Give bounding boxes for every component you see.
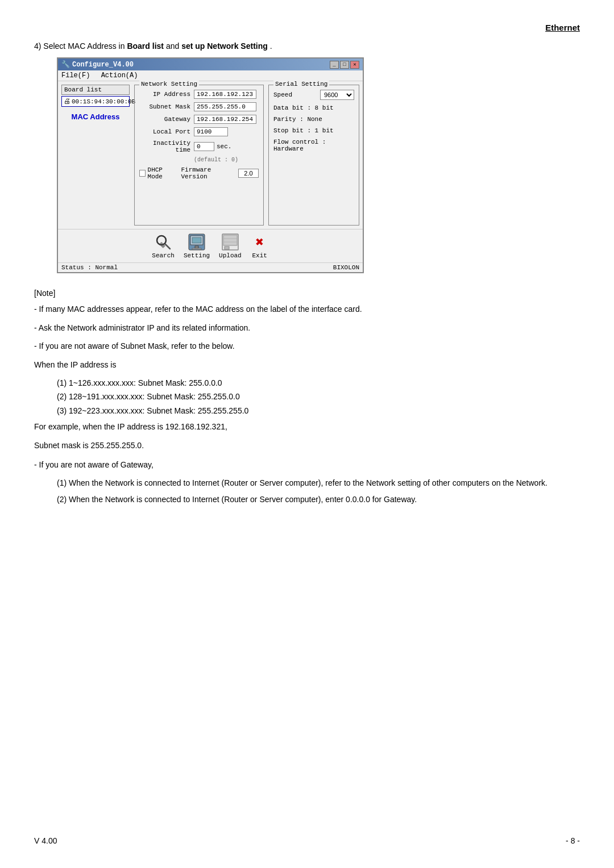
board-list-item[interactable]: 🖨 00:1S:94:30:00:0B [61,96,130,107]
window-title: 🔧 Configure_V4.00 [61,60,134,69]
svg-line-1 [165,244,170,249]
gateway-intro: - If you are not aware of Gateway, [34,458,580,471]
note-item-3: - If you are not aware of Subnet Mask, r… [34,340,580,352]
firmware-label: Firmware Version [181,166,233,180]
board-list-panel: Board list 🖨 00:1S:94:30:00:0B MAC Addre… [61,85,130,226]
dhcp-checkbox[interactable] [139,170,146,177]
window-body: Board list 🖨 00:1S:94:30:00:0B MAC Addre… [58,81,363,229]
svg-rect-8 [192,248,201,249]
mac-address-value: 00:1S:94:30:00:0B [72,98,135,105]
note-item-2: - Ask the Network administrator IP and i… [34,322,580,334]
minimize-button[interactable]: _ [330,61,339,69]
subnet-input[interactable] [194,102,256,111]
restore-button[interactable]: □ [340,61,349,69]
serial-setting-panel: Serial Setting Speed 9600 Data bit : 8 b… [268,85,359,226]
ip-label: IP Address [139,91,190,98]
step-instruction: 4) Select MAC Address in Board list and … [34,41,580,51]
network-setting-panel: Network Setting IP Address Subnet Mask G… [134,85,264,226]
ip-intro: When the IP address is [34,358,580,371]
search-button[interactable]: Search [152,233,175,259]
exit-icon: ✖ [251,233,269,251]
subnet-row: Subnet Mask [139,102,259,111]
gateway-item-1: (1) When the Network is connected to Int… [57,477,580,489]
step-number: 4) [34,41,41,51]
page-footer: V 4.00 - 8 - [34,836,580,845]
subnet-label: Subnet Mask [139,103,190,110]
inactivity-input[interactable] [194,142,214,151]
document-content: [Note] - If many MAC addresses appear, r… [34,287,580,506]
step-text1: Select MAC Address in [43,41,127,51]
flowcontrol-label: Flow control : Hardware [273,139,354,152]
parity-row: Parity : None [273,116,354,123]
svg-rect-14 [225,247,229,249]
stopbit-label: Stop bit : 1 bit [273,127,354,134]
configure-window: 🔧 Configure_V4.00 _ □ ✕ File(F) Action(A… [57,57,364,273]
upload-icon [221,233,239,251]
close-button[interactable]: ✕ [350,61,359,69]
firmware-input[interactable] [238,169,259,178]
stopbit-row: Stop bit : 1 bit [273,127,354,134]
window-controls[interactable]: _ □ ✕ [330,61,359,69]
ip-address-row: IP Address [139,90,259,99]
port-input[interactable] [194,127,228,136]
board-list-label: Board list [61,85,130,95]
ip-list-item-2: (2) 128~191.xxx.xxx.xxx: Subnet Mask: 25… [57,390,580,403]
parity-label: Parity : None [273,116,354,123]
section-title: Ethernet [545,23,580,32]
inactivity-label: Inactivity time [139,140,190,153]
step-text2: and [166,41,181,51]
setting-button[interactable]: Setting [184,233,210,259]
serial-setting-title: Serial Setting [273,81,329,87]
device-icon: 🖨 [64,97,70,106]
exit-label: Exit [252,252,267,259]
inactivity-row: Inactivity time sec. [139,140,259,153]
gateway-section: - If you are not aware of Gateway, (1) W… [34,458,580,506]
network-setting-title: Network Setting [139,81,199,87]
menu-file[interactable]: File(F) [61,72,90,80]
note-item-1: - If many MAC addresses appear, refer to… [34,303,580,315]
step-bold1: Board list [127,41,164,51]
gateway-label: Gateway [139,116,190,123]
inactivity-unit: sec. [217,143,231,150]
example1: For example, when the IP address is 192.… [34,420,580,433]
exit-button[interactable]: ✖ Exit [251,233,269,259]
ip-input[interactable] [194,90,256,99]
inactivity-default: (default : 0) [194,157,259,163]
svg-rect-6 [192,237,201,243]
upload-label: Upload [219,252,242,259]
menu-action[interactable]: Action(A) [101,72,138,80]
search-label: Search [152,252,175,259]
footer-page: - 8 - [566,836,580,845]
page-header: Ethernet [34,23,580,32]
window-statusbar: Status : Normal BIXOLON [58,262,363,272]
search-icon [154,233,172,251]
upload-button[interactable]: Upload [219,233,242,259]
port-label: Local Port [139,128,190,135]
gateway-row: Gateway [139,115,259,124]
speed-label: Speed [273,91,318,98]
setting-label: Setting [184,252,210,259]
note-section: [Note] - If many MAC addresses appear, r… [34,287,580,506]
speed-row: Speed 9600 [273,90,354,100]
brand-text: BIXOLON [333,264,359,271]
setting-icon [188,233,206,251]
window-toolbar: Search Setting [58,229,363,262]
speed-select[interactable]: 9600 [320,90,354,100]
gateway-input[interactable] [194,115,256,124]
mac-address-label: MAC Address [61,112,130,121]
window-icon: 🔧 [61,60,70,69]
databit-row: Data bit : 8 bit [273,105,354,111]
step-text3: . [270,41,272,51]
dhcp-row: DHCP Mode Firmware Version [139,166,259,180]
databit-label: Data bit : 8 bit [273,105,354,111]
example2: Subnet mask is 255.255.255.0. [34,439,580,452]
status-text: Status : Normal [61,264,118,271]
window-menubar[interactable]: File(F) Action(A) [58,70,363,81]
port-row: Local Port [139,127,259,136]
ip-list-item-1: (1) 1~126.xxx.xxx.xxx: Subnet Mask: 255.… [57,377,580,389]
dhcp-label: DHCP Mode [148,166,177,180]
gateway-item-2: (2) When the Network is connected to Int… [57,493,580,506]
flowcontrol-row: Flow control : Hardware [273,139,354,152]
step-bold2: set up Network Setting [181,41,268,51]
ip-list-item-3: (3) 192~223.xxx.xxx.xxx: Subnet Mask: 25… [57,404,580,417]
